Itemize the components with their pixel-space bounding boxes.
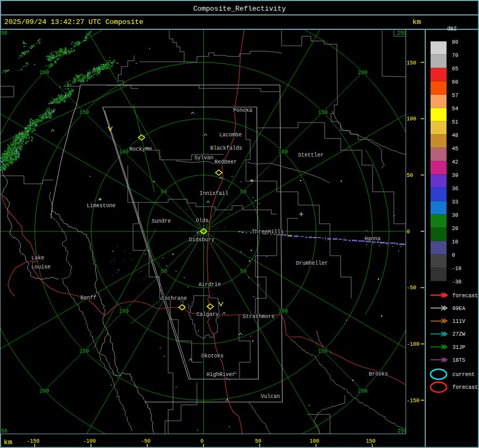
svg-text:111V: 111V [452,319,465,324]
svg-text:forecast: forecast [452,385,478,390]
svg-text:18TS: 18TS [452,357,465,363]
svg-text:dBZ: dBZ [447,26,457,32]
svg-text:10: 10 [452,239,458,245]
svg-text:36: 36 [452,186,458,192]
svg-text:-10: -10 [452,266,461,272]
svg-text:150: 150 [407,60,416,66]
svg-text:km: km [4,438,12,446]
svg-text:50: 50 [255,438,261,444]
svg-text:20: 20 [452,226,458,232]
svg-text:27ZW: 27ZW [452,331,465,337]
svg-text:0: 0 [200,438,203,444]
svg-text:65: 65 [452,66,458,72]
svg-text:-150: -150 [407,398,419,404]
svg-text:39: 39 [452,173,458,178]
svg-text:-50: -50 [141,438,151,444]
svg-text:57: 57 [452,93,458,99]
svg-text:31JP: 31JP [452,345,465,351]
svg-text:51: 51 [452,119,458,125]
svg-text:30: 30 [452,213,458,218]
svg-text:km: km [412,18,421,26]
svg-text:0: 0 [452,252,455,258]
svg-text:-50: -50 [407,285,416,291]
svg-text:48: 48 [452,133,458,139]
svg-text:50: 50 [407,173,413,178]
svg-text:current: current [452,372,475,378]
svg-text:54: 54 [452,106,458,112]
svg-text:-100: -100 [407,341,419,347]
svg-text:-100: -100 [83,438,96,444]
svg-text:60: 60 [452,79,458,85]
svg-text:-30: -30 [452,279,461,285]
svg-text:09EA: 09EA [452,306,465,312]
svg-text:0: 0 [407,229,410,235]
svg-text:45: 45 [452,146,458,152]
svg-text:forecast: forecast [452,293,478,299]
svg-text:80: 80 [452,39,458,45]
svg-text:150: 150 [366,438,375,444]
svg-text:-150: -150 [27,438,39,444]
svg-text:33: 33 [452,199,458,205]
svg-text:42: 42 [452,159,458,165]
svg-text:70: 70 [452,53,458,59]
svg-text:100: 100 [310,438,319,444]
svg-text:100: 100 [407,116,416,122]
